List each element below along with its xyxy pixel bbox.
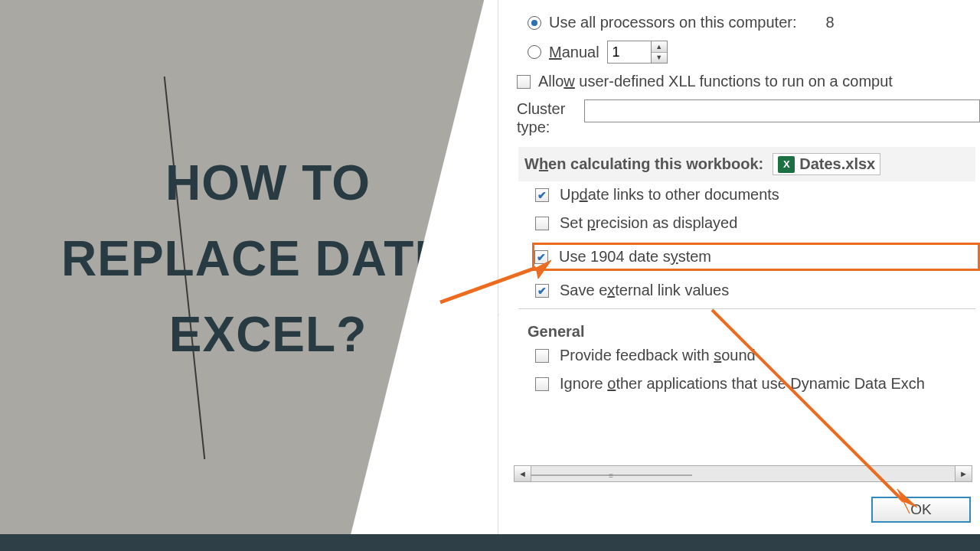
use-1904-checkbox-highlighted[interactable]: Use 1904 date system: [532, 243, 980, 271]
xll-checkbox-label: Allow user-defined XLL functions to run …: [538, 73, 893, 90]
annotation-arrow-left-icon: [436, 253, 567, 321]
workbook-file-name: Dates.xlsx: [799, 155, 875, 173]
manual-processors-spinner[interactable]: ▲ ▼: [607, 41, 668, 64]
cluster-type-row: Cluster type:: [517, 99, 980, 136]
checkbox-unchecked-icon[interactable]: [535, 377, 549, 391]
cluster-type-label: Cluster type:: [517, 99, 577, 136]
update-links-checkbox[interactable]: Update links to other documents: [535, 186, 980, 204]
spinner-up-icon[interactable]: ▲: [652, 41, 667, 53]
annotation-arrow-right-icon: [704, 302, 934, 524]
checkbox-unchecked-icon[interactable]: [535, 217, 549, 230]
svg-marker-1: [536, 260, 551, 279]
update-links-label: Update links to other documents: [560, 186, 779, 204]
section-workbook-header: When calculating this workbook: X Dates.…: [518, 147, 975, 181]
scroll-thumb[interactable]: ≡: [531, 474, 692, 476]
workbook-selector[interactable]: X Dates.xlsx: [773, 153, 880, 175]
section-workbook-label: When calculating this workbook:: [524, 155, 763, 173]
set-precision-label: Set precision as displayed: [560, 214, 737, 232]
radio-checked-icon[interactable]: [528, 16, 541, 30]
bottom-accent-bar: [0, 534, 980, 551]
scroll-right-icon[interactable]: ►: [955, 466, 972, 481]
radio-manual-label: Manual: [549, 44, 599, 61]
title-line-1: How to: [61, 145, 475, 221]
set-precision-checkbox[interactable]: Set precision as displayed: [535, 214, 980, 232]
radio-all-processors-row[interactable]: Use all processors on this computer: 8: [528, 14, 980, 31]
save-external-label: Save external link values: [560, 282, 729, 299]
checkbox-unchecked-icon[interactable]: [535, 349, 549, 363]
workbook-options-group: Update links to other documents Set prec…: [535, 186, 980, 299]
checkbox-unchecked-icon[interactable]: [517, 75, 531, 89]
spinner-input[interactable]: [608, 41, 651, 63]
svg-marker-3: [897, 489, 917, 514]
checkbox-checked-icon[interactable]: [535, 188, 549, 202]
scroll-left-icon[interactable]: ◄: [514, 466, 531, 481]
save-external-checkbox[interactable]: Save external link values: [535, 282, 980, 299]
radio-unchecked-icon[interactable]: [528, 45, 541, 59]
spinner-down-icon[interactable]: ▼: [652, 53, 667, 64]
svg-line-2: [712, 310, 903, 501]
radio-manual-row[interactable]: Manual ▲ ▼: [528, 41, 980, 64]
cluster-type-field[interactable]: [584, 99, 980, 122]
processor-count-value: 8: [825, 14, 834, 31]
use-1904-label: Use 1904 date system: [559, 248, 711, 266]
radio-all-processors-label: Use all processors on this computer:: [549, 14, 796, 31]
excel-file-icon: X: [778, 156, 795, 173]
svg-line-0: [440, 268, 536, 302]
xll-checkbox-row[interactable]: Allow user-defined XLL functions to run …: [517, 73, 980, 90]
